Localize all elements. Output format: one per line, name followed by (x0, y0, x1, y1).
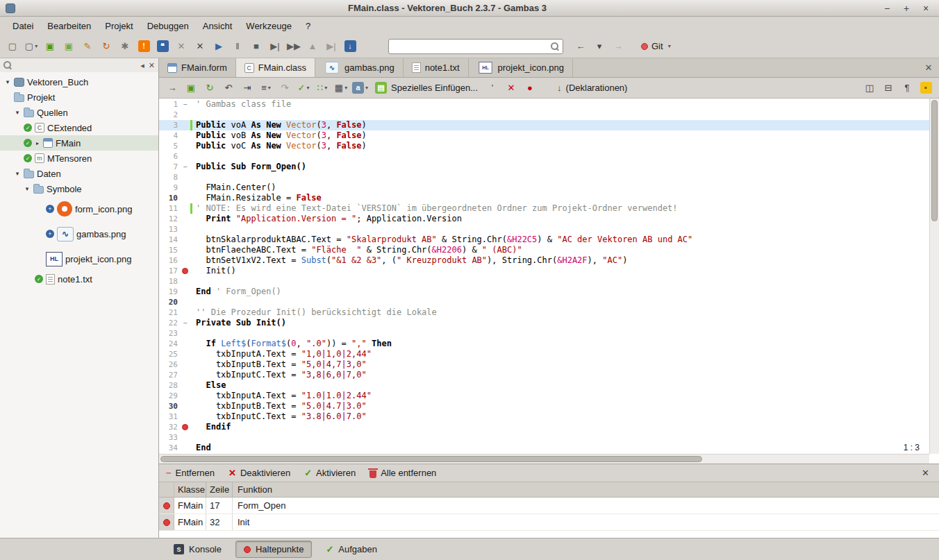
line-number[interactable]: 17 (159, 266, 180, 276)
tree-item-symbole[interactable]: ▾Symbole (0, 181, 158, 196)
compile-icon[interactable]: ✕ (172, 37, 190, 56)
code-line[interactable]: 15 btnFlaecheABC.Text = "Fläche " & Stri… (159, 245, 929, 255)
tree-item-note1-txt[interactable]: ✓note1.txt (0, 271, 158, 287)
code-line[interactable]: 17 Init() (159, 266, 929, 276)
line-number[interactable]: 29 (159, 391, 180, 401)
tree-expander-icon[interactable]: ▾ (14, 170, 21, 177)
tree-item-projekt[interactable]: Projekt (0, 90, 158, 105)
code-line[interactable]: 31 txbInputC.Text = "3.8|6.0|7.0" (159, 411, 929, 422)
menu-projekt[interactable]: Projekt (98, 18, 140, 34)
search-input[interactable] (388, 39, 563, 54)
line-number[interactable]: 33 (159, 432, 180, 443)
special-paste-button[interactable]: ▤ Spezielles Einfügen... (370, 80, 483, 96)
git-button[interactable]: Git ▾ (637, 39, 675, 53)
tree-expander-icon[interactable]: ▾ (4, 78, 11, 85)
breakpoint-gutter[interactable] (180, 268, 190, 274)
code-line[interactable]: 8 (159, 172, 929, 183)
pilcrow-icon[interactable]: ¶ (898, 79, 916, 97)
code-editor[interactable]: 1−' Gambas class file23Public voA As New… (159, 99, 939, 464)
line-number[interactable]: 9 (159, 183, 180, 193)
line-number[interactable]: 21 (159, 307, 180, 318)
tree-item-daten[interactable]: ▾Daten (0, 166, 158, 181)
remove-all-breakpoints-button[interactable]: Alle entfernen (369, 468, 436, 478)
finish-button[interactable]: ▲ (304, 37, 322, 56)
sort-list-icon[interactable]: ≡▾ (257, 79, 275, 97)
download-icon[interactable]: ↓ (341, 37, 359, 56)
code-line[interactable]: 19End ' Form_Open() (159, 287, 929, 297)
maximize-button[interactable]: + (899, 2, 914, 15)
bottom-tab-konsole[interactable]: SKonsole (165, 541, 230, 558)
tab-fmain-class[interactable]: CFMain.class (236, 58, 315, 77)
tree-item-mtensoren[interactable]: ✓mMTensoren (0, 151, 158, 166)
step-button[interactable]: ▶| (266, 37, 284, 56)
code-line[interactable]: 4Public voB As New Vector(3, False) (159, 130, 929, 141)
line-number[interactable]: 15 (159, 245, 180, 255)
tree-expander-icon[interactable]: ▸ (35, 140, 40, 146)
menu-werkzeuge[interactable]: Werkzeuge (239, 18, 299, 34)
back-button[interactable]: ← (572, 37, 590, 56)
lock-icon[interactable]: ▪ (917, 79, 935, 97)
stop-button[interactable]: ■ (247, 37, 265, 56)
horizontal-scrollbar-thumb[interactable] (160, 456, 702, 462)
line-number[interactable]: 30 (159, 401, 180, 411)
menu-help[interactable]: ? (299, 18, 317, 34)
disable-breakpoint-button[interactable]: ✕Deaktivieren (228, 468, 290, 478)
split-horizontal-icon[interactable]: ⊟ (879, 79, 897, 97)
tab-note1-txt[interactable]: note1.txt (404, 58, 469, 77)
code-line[interactable]: 27 txbInputC.Text = "3,8|6,0|7,0" (159, 370, 929, 380)
bottom-tab-aufgaben[interactable]: ✓Aufgaben (317, 541, 385, 558)
line-number[interactable]: 3 (159, 120, 180, 130)
code-line[interactable]: 33 (159, 432, 929, 443)
code-line[interactable]: 14 btnSkalarproduktABAC.Text = "Skalarpr… (159, 235, 929, 245)
filter-icon[interactable] (3, 61, 12, 69)
code-line[interactable]: 28 Else (159, 380, 929, 391)
minimize-button[interactable]: − (879, 2, 895, 15)
back-history-dropdown[interactable]: ▾ (590, 37, 608, 56)
code-line[interactable]: 7−Public Sub Form_Open() (159, 162, 929, 172)
code-line[interactable]: 29 txbInputA.Text = "1.0|1.0|2.44" (159, 391, 929, 401)
breakpoint-gutter[interactable] (180, 424, 190, 430)
line-number[interactable]: 19 (159, 287, 180, 297)
code-line[interactable]: 22−Private Sub Init() (159, 318, 929, 328)
declarations-dropdown[interactable]: ↓ (Deklarationen) (552, 80, 632, 96)
tab-fmain-form[interactable]: FMain.form (159, 58, 236, 77)
menu-debuggen[interactable]: Debuggen (140, 18, 196, 34)
enable-breakpoint-button[interactable]: ✓Aktivieren (304, 468, 356, 478)
code-line[interactable]: 11' NOTE: Es wird eine Text-Datei `VERSI… (159, 203, 929, 214)
menu-datei[interactable]: Datei (6, 18, 40, 34)
save-icon[interactable]: ▣ (182, 79, 200, 97)
code-line[interactable]: 10 FMain.Resizable = False (159, 193, 929, 203)
line-number[interactable]: 24 (159, 339, 180, 349)
tree-expander-icon[interactable]: ▾ (24, 185, 31, 192)
code-line[interactable]: 18 (159, 276, 929, 287)
line-number[interactable]: 23 (159, 328, 180, 339)
code-line[interactable]: 12 Print "Application.Version = "; Appli… (159, 214, 929, 224)
code-line[interactable]: 2 (159, 110, 929, 120)
code-line[interactable]: 21'' Die Prozedur Init() berücksichtigt … (159, 307, 929, 318)
undo-icon[interactable]: ↶ (219, 79, 238, 97)
text-format-icon[interactable]: a▾ (351, 79, 369, 97)
split-vertical-icon[interactable]: ◫ (861, 79, 879, 97)
sidebar-close-icon[interactable]: ✕ (149, 61, 155, 70)
paste-check-icon[interactable]: ✓▾ (294, 79, 313, 97)
code-line[interactable]: 6 (159, 151, 929, 162)
line-number[interactable]: 4 (159, 130, 180, 141)
code-line[interactable]: 34End (159, 443, 929, 453)
properties-gear-icon[interactable]: ✱ (116, 37, 134, 56)
dock-left-icon[interactable]: ◂ (140, 61, 144, 70)
code-lines[interactable]: 1−' Gambas class file23Public voA As New… (159, 99, 929, 454)
compile-all-icon[interactable]: ✕ (191, 37, 209, 56)
vertical-scrollbar-thumb[interactable] (931, 100, 938, 221)
panel-close-icon[interactable]: ✕ (919, 468, 932, 478)
vertical-scrollbar[interactable] (929, 99, 939, 454)
goto-icon[interactable]: → (163, 79, 181, 97)
run-dots-icon[interactable]: ∷▾ (313, 79, 331, 97)
line-number[interactable]: 14 (159, 235, 180, 245)
save-project-icon[interactable]: ▣ (41, 37, 59, 56)
line-number[interactable]: 32 (159, 422, 180, 432)
code-line[interactable]: 24 If Left$(Format$(0, ".0")) = "," Then (159, 339, 929, 349)
line-number[interactable]: 10 (159, 193, 180, 203)
run-button[interactable]: ▶ (210, 37, 228, 56)
line-number[interactable]: 20 (159, 297, 180, 307)
line-number[interactable]: 27 (159, 370, 180, 380)
